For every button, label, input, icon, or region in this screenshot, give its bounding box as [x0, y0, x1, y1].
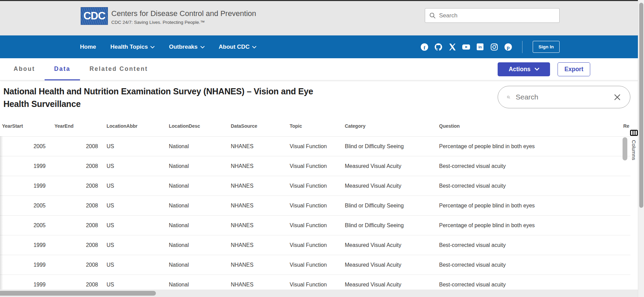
column-header-locationdesc[interactable]: LocationDesc: [165, 123, 226, 129]
nav-right: f in p Sign In: [420, 35, 560, 58]
cell-question: Percentage of people blind in both eyes: [435, 222, 619, 229]
cell-locationabbr: US: [102, 203, 165, 209]
table-row[interactable]: 20052008USNationalNHANESVisual FunctionB…: [0, 196, 630, 215]
svg-text:p: p: [506, 44, 509, 50]
cell-topic: Visual Function: [285, 242, 340, 248]
column-header-yearend[interactable]: YearEnd: [50, 123, 102, 129]
column-header-re[interactable]: Re: [619, 123, 630, 129]
actions-button[interactable]: Actions: [498, 62, 550, 76]
page-scrollbar-thumb[interactable]: [639, 3, 643, 208]
cell-datasource: NHANES: [226, 183, 285, 189]
cell-yearstart: 1999: [0, 242, 50, 248]
column-header-category[interactable]: Category: [340, 123, 435, 129]
table-row[interactable]: 19992008USNationalNHANESVisual FunctionM…: [0, 255, 630, 275]
instagram-icon[interactable]: [489, 42, 499, 51]
facebook-icon[interactable]: f: [420, 42, 429, 51]
cell-locationabbr: US: [102, 242, 165, 248]
chevron-down-icon: [535, 68, 539, 71]
column-header-datasource[interactable]: DataSource: [226, 123, 285, 129]
pinterest-icon[interactable]: p: [503, 42, 513, 51]
cell-locationdesc: National: [165, 282, 226, 288]
tagline: CDC 24/7: Saving Lives. Protecting Peopl…: [111, 20, 256, 25]
cell-yearstart: 2005: [0, 222, 50, 229]
table-row[interactable]: 20052008USNationalNHANESVisual FunctionB…: [0, 215, 630, 235]
columns-icon: [630, 130, 638, 136]
linkedin-icon[interactable]: in: [476, 42, 485, 51]
table-search-input[interactable]: [516, 93, 608, 101]
table-row[interactable]: 19992008USNationalNHANESVisual FunctionM…: [0, 156, 630, 176]
tab-data[interactable]: Data: [45, 58, 80, 80]
table-row[interactable]: 19992008USNationalNHANESVisual FunctionM…: [0, 275, 630, 290]
cell-question: Best-corrected visual acuity: [435, 163, 619, 169]
cell-category: Blind or Difficulty Seeing: [340, 143, 435, 150]
cell-yearend: 2008: [50, 163, 102, 169]
cell-topic: Visual Function: [285, 183, 340, 189]
export-button[interactable]: Export: [558, 62, 590, 76]
nav-items: HomeHealth TopicsOutbreaksAbout CDC: [80, 44, 256, 50]
nav-item-label: Home: [80, 44, 96, 50]
column-header-question[interactable]: Question: [435, 123, 619, 129]
site-header: CDC Centers for Disease Control and Prev…: [0, 0, 644, 35]
nav-item-health-topics[interactable]: Health Topics: [110, 44, 155, 50]
github-icon[interactable]: [434, 42, 443, 51]
horizontal-scrollbar-thumb[interactable]: [0, 291, 156, 296]
cell-yearend: 2008: [50, 262, 102, 268]
cell-question: Best-corrected visual acuity: [435, 183, 619, 189]
search-icon: [429, 12, 436, 19]
column-header-yearstart[interactable]: YearStart: [0, 123, 50, 129]
table-search: [498, 86, 630, 108]
table-row[interactable]: 19992008USNationalNHANESVisual FunctionM…: [0, 176, 630, 196]
tabs: AboutDataRelated Content: [4, 58, 158, 80]
cell-locationdesc: National: [165, 163, 226, 169]
cell-category: Measured Visual Acuity: [340, 262, 435, 268]
cdc-logo-text: CDC: [83, 10, 105, 22]
cell-yearstart: 1999: [0, 282, 50, 288]
nav-item-label: About CDC: [219, 44, 250, 50]
tab-related-content[interactable]: Related Content: [80, 58, 158, 80]
cell-topic: Visual Function: [285, 143, 340, 150]
cell-locationdesc: National: [165, 242, 226, 248]
nav-item-outbreaks[interactable]: Outbreaks: [169, 44, 204, 50]
page-title: National Health and Nutrition Examinatio…: [3, 85, 327, 110]
column-header-topic[interactable]: Topic: [285, 123, 340, 129]
cell-topic: Visual Function: [285, 222, 340, 229]
table-body: 20052008USNationalNHANESVisual FunctionB…: [0, 136, 630, 290]
cell-yearend: 2008: [50, 242, 102, 248]
cell-question: Best-corrected visual acuity: [435, 282, 619, 288]
cell-question: Percentage of people blind in both eyes: [435, 203, 619, 209]
cell-category: Blind or Difficulty Seeing: [340, 222, 435, 229]
columns-button-label: Columns: [631, 140, 637, 160]
cell-topic: Visual Function: [285, 282, 340, 288]
table-row[interactable]: 20052008USNationalNHANESVisual FunctionB…: [0, 136, 630, 156]
clear-search-icon[interactable]: [613, 93, 621, 101]
table-vertical-scrollbar-thumb[interactable]: [623, 137, 627, 160]
cell-datasource: NHANES: [226, 242, 285, 248]
cell-datasource: NHANES: [226, 222, 285, 229]
cell-locationabbr: US: [102, 222, 165, 229]
horizontal-scrollbar-track: [0, 290, 638, 297]
org-name: Centers for Disease Control and Preventi…: [111, 7, 256, 18]
cell-datasource: NHANES: [226, 282, 285, 288]
cell-locationdesc: National: [165, 222, 226, 229]
cell-yearend: 2008: [50, 282, 102, 288]
cell-datasource: NHANES: [226, 203, 285, 209]
cell-category: Measured Visual Acuity: [340, 163, 435, 169]
nav-divider: [522, 41, 522, 53]
tab-about[interactable]: About: [4, 58, 45, 80]
table-header-row: YearStartYearEndLocationAbbrLocationDesc…: [0, 116, 630, 136]
header-search-input[interactable]: [439, 12, 555, 19]
youtube-icon[interactable]: [462, 42, 471, 51]
sign-in-button[interactable]: Sign In: [533, 41, 560, 53]
cell-category: Measured Visual Acuity: [340, 183, 435, 189]
column-header-locationabbr[interactable]: LocationAbbr: [102, 123, 165, 129]
cdc-logo-mark: CDC: [81, 7, 108, 25]
nav-item-about-cdc[interactable]: About CDC: [219, 44, 257, 50]
nav-item-home[interactable]: Home: [80, 44, 96, 50]
table-row[interactable]: 19992008USNationalNHANESVisual FunctionM…: [0, 235, 630, 255]
x-twitter-icon[interactable]: [448, 42, 457, 51]
nav-item-label: Health Topics: [110, 44, 148, 50]
columns-button[interactable]: Columns: [629, 130, 639, 160]
nav-item-label: Outbreaks: [169, 44, 197, 50]
cell-locationabbr: US: [102, 262, 165, 268]
cdc-logo[interactable]: CDC Centers for Disease Control and Prev…: [81, 7, 256, 25]
